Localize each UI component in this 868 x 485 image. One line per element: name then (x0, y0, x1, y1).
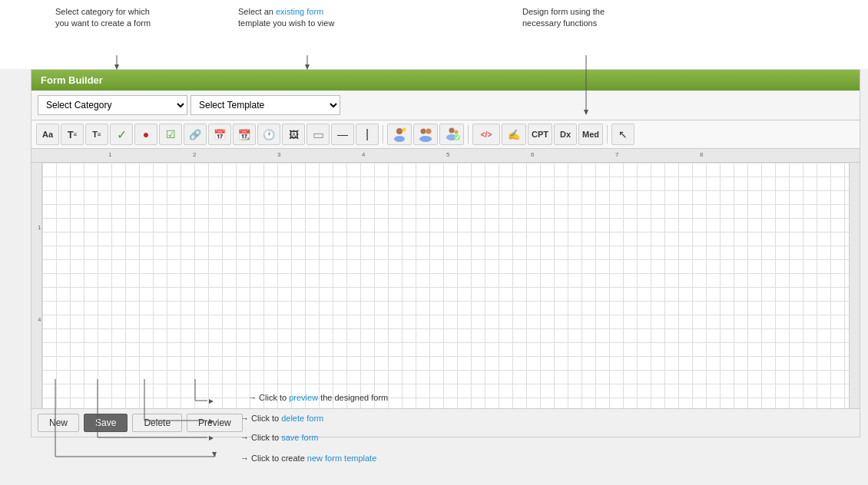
annotation-new: → Click to create new form template (240, 453, 376, 464)
toolbar-separator-2 (468, 125, 469, 144)
paragraph-button[interactable]: T≡ (61, 124, 84, 145)
image-button[interactable]: 🖼 (282, 124, 305, 145)
svg-point-27 (455, 130, 459, 134)
svg-point-25 (449, 128, 455, 134)
svg-text:✓: ✓ (455, 134, 460, 141)
text-lines-button[interactable]: T≡ (85, 124, 108, 145)
calendar2-button[interactable]: 📆 (233, 124, 256, 145)
category-select[interactable]: Select Category (38, 95, 187, 115)
user1-button[interactable] (387, 124, 412, 145)
vline-button[interactable]: | (356, 124, 379, 145)
svg-point-21 (403, 128, 406, 132)
toolbar-separator-3 (607, 125, 608, 144)
form-builder-title: Form Builder (41, 74, 103, 86)
check-button[interactable]: ✓ (110, 124, 133, 145)
text-format-button[interactable]: Aa (36, 124, 59, 145)
toolbar: Aa T≡ T≡ ✓ ● ☑ 🔗 📅 📆 (31, 120, 860, 149)
dx-button[interactable]: Dx (554, 124, 577, 145)
user3-icon: ✓ (442, 126, 461, 143)
svg-point-19 (396, 128, 403, 134)
signature-button[interactable]: ✍ (502, 124, 526, 145)
cpt-button[interactable]: CPT (528, 124, 552, 145)
form-builder-container: Form Builder Select Category Select Temp… (31, 69, 860, 437)
bottom-bar: New Save Delete Preview (31, 408, 860, 437)
user2-icon (416, 126, 435, 143)
rectangle-button[interactable]: ▭ (306, 124, 330, 145)
cursor-button[interactable]: ↖ (611, 124, 634, 145)
scrollbar[interactable] (849, 163, 860, 408)
annotation-design-form: Design form using the necessary function… (522, 6, 645, 30)
form-grid[interactable] (42, 163, 849, 408)
select-row: Select Category Select Template (31, 91, 860, 120)
delete-button[interactable]: Delete (132, 414, 182, 432)
form-builder-header: Form Builder (31, 70, 860, 91)
svg-point-22 (421, 129, 426, 134)
save-button[interactable]: Save (84, 414, 128, 432)
template-select[interactable]: Select Template (190, 95, 340, 115)
left-ruler: 1 4 (31, 163, 42, 408)
svg-point-23 (426, 129, 432, 134)
annotation-select-template: Select an existing formtemplate you wish… (238, 6, 369, 30)
svg-marker-9 (212, 452, 217, 457)
preview-button[interactable]: Preview (187, 414, 243, 432)
calendar1-button[interactable]: 📅 (208, 124, 231, 145)
ruler: 1 2 3 4 5 6 7 8 (31, 149, 860, 163)
hline-button[interactable]: — (331, 124, 354, 145)
user2-button[interactable] (413, 124, 438, 145)
med-button[interactable]: Med (578, 124, 603, 145)
html-button[interactable]: </> (472, 124, 500, 145)
canvas-area[interactable]: 1 4 (31, 163, 860, 408)
radio-button[interactable]: ● (134, 124, 157, 145)
clock-button[interactable]: 🕐 (257, 124, 280, 145)
svg-point-24 (419, 136, 432, 142)
annotation-select-category: Select category for which you want to cr… (55, 6, 163, 30)
checkbox-button[interactable]: ☑ (159, 124, 182, 145)
toolbar-separator-1 (383, 125, 383, 144)
user3-button[interactable]: ✓ (439, 124, 464, 145)
link-button[interactable]: 🔗 (184, 124, 207, 145)
svg-point-20 (394, 136, 405, 142)
new-button[interactable]: New (38, 414, 79, 432)
user1-icon (390, 126, 409, 143)
